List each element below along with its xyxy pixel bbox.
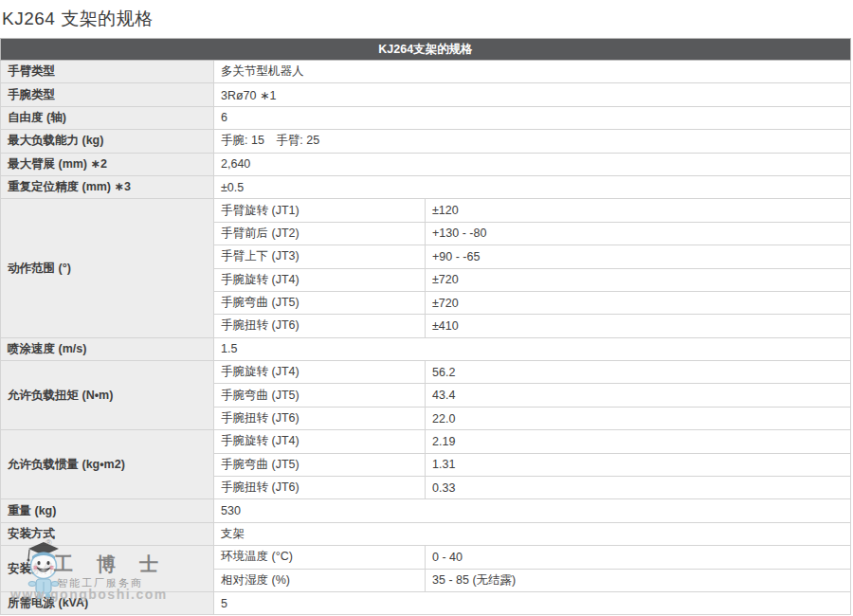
table-row: 安装条件环境温度 (°C)0 - 40	[1, 546, 851, 569]
row-value: 35 - 85 (无结露)	[426, 569, 851, 591]
row-label: 重复定位精度 (mm) ∗3	[1, 175, 214, 198]
table-header-row: KJ264支架的规格	[1, 39, 851, 61]
row-value: 43.4	[426, 384, 851, 407]
group-label: 允许负载扭矩 (N•m)	[1, 361, 214, 430]
row-label: 重量 (kg)	[1, 499, 214, 522]
group-label: 安装条件	[1, 546, 214, 592]
row-value: 手腕: 15 手臂: 25	[214, 130, 851, 153]
row-value: 530	[214, 499, 851, 522]
row-value: 0.33	[426, 477, 851, 499]
sub-row-label: 手腕弯曲 (JT5)	[214, 291, 426, 314]
table-row: 重复定位精度 (mm) ∗3±0.5	[1, 175, 851, 198]
sub-row-label: 手臂旋转 (JT1)	[214, 199, 426, 222]
table-row: 动作范围 (°)手臂旋转 (JT1)±120	[1, 199, 851, 222]
sub-row-label: 手腕扭转 (JT6)	[214, 315, 426, 337]
table-row: 最大负载能力 (kg)手腕: 15 手臂: 25	[1, 130, 851, 153]
row-value: 1.31	[426, 453, 851, 476]
sub-row-label: 手臂上下 (JT3)	[214, 245, 426, 268]
row-label: 最大臂展 (mm) ∗2	[1, 153, 214, 175]
sub-row-label: 手腕扭转 (JT6)	[214, 477, 426, 499]
page-title: KJ264 支架的规格	[2, 7, 154, 31]
row-value: 22.0	[426, 407, 851, 429]
row-value: 2,640	[214, 153, 851, 175]
table-row: 喷涂速度 (m/s)1.5	[1, 337, 851, 360]
table-row: 手腕类型3Rø70 ∗1	[1, 83, 851, 106]
row-label: 自由度 (轴)	[1, 106, 214, 129]
sub-row-label: 相对湿度 (%)	[214, 569, 426, 591]
table-row: 允许负载扭矩 (N•m)手腕旋转 (JT4)56.2	[1, 361, 851, 384]
row-label: 喷涂速度 (m/s)	[1, 337, 214, 360]
sub-row-label: 手腕弯曲 (JT5)	[214, 453, 426, 476]
sub-row-label: 环境温度 (°C)	[214, 546, 426, 569]
row-label: 手腕类型	[1, 83, 214, 106]
row-label: 所需电源 (kVA)	[1, 591, 214, 614]
table-row: 重量 (kg)530	[1, 499, 851, 522]
sub-row-label: 手腕扭转 (JT6)	[214, 407, 426, 429]
group-label: 允许负载惯量 (kg•m2)	[1, 430, 214, 499]
row-value: 56.2	[426, 361, 851, 384]
row-value: 6	[214, 106, 851, 129]
table-title: KJ264支架的规格	[1, 39, 851, 61]
row-value: 支架	[214, 522, 851, 545]
table-row: 允许负载惯量 (kg•m2)手腕旋转 (JT4)2.19	[1, 430, 851, 453]
spec-page: KJ264 支架的规格 KJ264支架的规格 手臂类型多关节型机器人手腕类型3R…	[0, 0, 853, 616]
row-value: ±120	[426, 199, 851, 222]
row-value: +130 - -80	[426, 222, 851, 245]
row-value: ±720	[426, 291, 851, 314]
table-row: 所需电源 (kVA)5	[1, 591, 851, 614]
sub-row-label: 手腕旋转 (JT4)	[214, 361, 426, 384]
sub-row-label: 手腕旋转 (JT4)	[214, 430, 426, 453]
row-value: ±410	[426, 315, 851, 337]
row-value: ±720	[426, 268, 851, 291]
sub-row-label: 手臂前后 (JT2)	[214, 222, 426, 245]
row-label: 手臂类型	[1, 61, 214, 83]
row-value: 1.5	[214, 337, 851, 360]
spec-table-body: 手臂类型多关节型机器人手腕类型3Rø70 ∗1自由度 (轴)6最大负载能力 (k…	[1, 61, 851, 615]
row-value: 3Rø70 ∗1	[214, 83, 851, 106]
table-row: 最大臂展 (mm) ∗22,640	[1, 153, 851, 175]
row-value: 2.19	[426, 430, 851, 453]
table-row: 安装方式支架	[1, 522, 851, 545]
spec-table: KJ264支架的规格 手臂类型多关节型机器人手腕类型3Rø70 ∗1自由度 (轴…	[0, 38, 851, 615]
table-row: 手臂类型多关节型机器人	[1, 61, 851, 83]
group-label: 动作范围 (°)	[1, 199, 214, 337]
row-value: ±0.5	[214, 175, 851, 198]
table-row: 自由度 (轴)6	[1, 106, 851, 129]
row-label: 安装方式	[1, 522, 214, 545]
row-value: 5	[214, 591, 851, 614]
sub-row-label: 手腕弯曲 (JT5)	[214, 384, 426, 407]
row-value: +90 - -65	[426, 245, 851, 268]
row-value: 多关节型机器人	[214, 61, 851, 83]
row-value: 0 - 40	[426, 546, 851, 569]
row-label: 最大负载能力 (kg)	[1, 130, 214, 153]
sub-row-label: 手腕旋转 (JT4)	[214, 268, 426, 291]
